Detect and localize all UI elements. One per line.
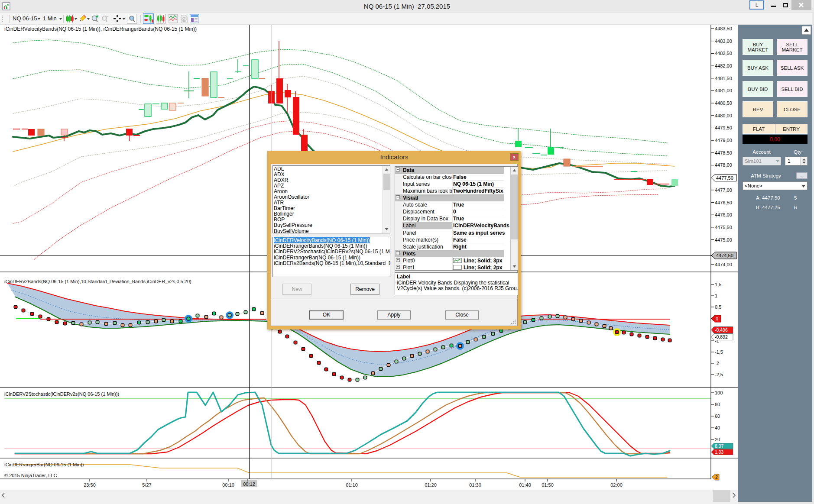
- svg-text:4479,50: 4479,50: [715, 125, 732, 130]
- svg-text:4481,00: 4481,00: [715, 88, 732, 93]
- svg-text:4483,50: 4483,50: [715, 26, 732, 31]
- svg-text:23:50: 23:50: [84, 482, 96, 488]
- svg-text:4478,50: 4478,50: [715, 150, 732, 155]
- svg-text:-2: -2: [715, 361, 719, 366]
- svg-text:0,5: 0,5: [715, 304, 721, 310]
- svg-text:4476,00: 4476,00: [715, 212, 732, 217]
- svg-text:iCinDERVelocityBands(NQ 06-15: iCinDERVelocityBands(NQ 06-15 (1 Min)), …: [4, 26, 197, 32]
- svg-text:4483,00: 4483,00: [715, 39, 732, 44]
- svg-text:© 2015 NinjaTrader, LLC: © 2015 NinjaTrader, LLC: [4, 473, 57, 478]
- svg-text:4478,00: 4478,00: [715, 162, 732, 168]
- svg-text:4475,00: 4475,00: [715, 237, 732, 242]
- svg-text:01:10: 01:10: [346, 482, 358, 488]
- svg-text:5/27: 5/27: [142, 482, 151, 488]
- svg-text:01:30: 01:30: [469, 482, 481, 488]
- svg-text:4482,00: 4482,00: [715, 63, 732, 68]
- svg-text:1,03: 1,03: [715, 449, 724, 455]
- svg-text:4477,00: 4477,00: [715, 187, 732, 193]
- svg-text:01:40: 01:40: [519, 482, 531, 488]
- svg-text:-0,832: -0,832: [715, 334, 728, 339]
- svg-text:-1,5: -1,5: [715, 349, 723, 355]
- svg-text:-0,496: -0,496: [715, 327, 728, 333]
- svg-text:4481,50: 4481,50: [715, 76, 732, 81]
- svg-text:iCinDERV2Stochastic(iCinDERv2s: iCinDERV2Stochastic(iCinDERv2s(NQ 06-15 …: [4, 391, 119, 397]
- svg-text:80: 80: [715, 402, 720, 407]
- svg-text:4482,50: 4482,50: [715, 51, 732, 56]
- svg-text:4474,50: 4474,50: [716, 253, 733, 258]
- svg-text:1: 1: [715, 293, 717, 298]
- svg-text:01:50: 01:50: [542, 482, 554, 488]
- svg-text:00:10: 00:10: [222, 482, 234, 488]
- svg-text:1,5: 1,5: [715, 282, 721, 287]
- svg-text:00:12: 00:12: [243, 481, 255, 487]
- svg-text:0: 0: [716, 316, 718, 321]
- svg-text:4475,50: 4475,50: [715, 225, 732, 230]
- svg-text:4474,00: 4474,00: [715, 262, 732, 267]
- svg-text:2: 2: [715, 475, 718, 480]
- svg-text:4480,50: 4480,50: [715, 100, 732, 106]
- svg-text:20: 20: [715, 437, 720, 442]
- svg-text:40: 40: [715, 425, 720, 430]
- svg-text:100: 100: [715, 390, 723, 395]
- svg-text:4480,00: 4480,00: [715, 113, 732, 118]
- svg-text:-2,5: -2,5: [715, 372, 723, 377]
- svg-text:02:00: 02:00: [610, 482, 623, 488]
- svg-text:4477,50: 4477,50: [716, 175, 733, 181]
- svg-text:01:20: 01:20: [425, 482, 437, 488]
- svg-text:4479,00: 4479,00: [715, 138, 732, 143]
- svg-text:8,37: 8,37: [715, 443, 724, 449]
- svg-text:4476,50: 4476,50: [715, 200, 732, 205]
- svg-text:iCinDERrangerBar(NQ 06-15 (1 M: iCinDERrangerBar(NQ 06-15 (1 Min)): [4, 462, 84, 467]
- svg-text:60: 60: [715, 414, 720, 419]
- svg-text:iCinDERv2Bands(NQ 06-15 (1 Min: iCinDERv2Bands(NQ 06-15 (1 Min),10,Stand…: [4, 279, 191, 284]
- svg-text:$: $: [183, 18, 185, 22]
